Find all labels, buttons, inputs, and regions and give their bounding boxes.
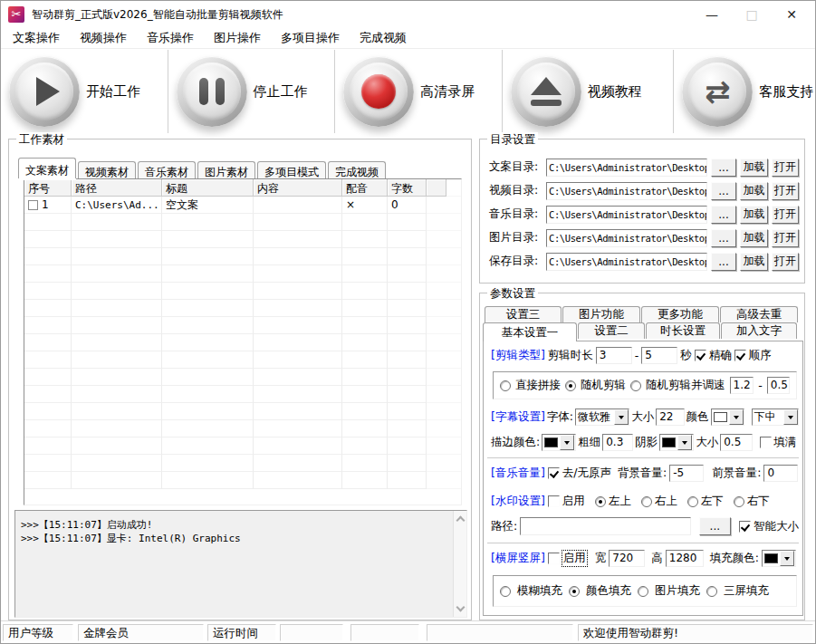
log-scrollbar[interactable] <box>453 511 466 617</box>
table-row-empty[interactable] <box>24 214 461 231</box>
table-row-empty[interactable] <box>24 248 461 265</box>
tab-basic-settings1[interactable]: 基本设置一 <box>483 322 577 341</box>
table-row-empty[interactable] <box>24 317 461 334</box>
table-row[interactable]: 1 C:\Users\Ad... 空文案 × 0 <box>24 197 461 214</box>
load-button[interactable]: 加载 <box>740 159 768 177</box>
tab-settings3[interactable]: 设置三 <box>485 306 562 322</box>
menu-item-multiproject[interactable]: 多项目操作 <box>277 28 343 48</box>
menu-item-copywriting[interactable]: 文案操作 <box>9 28 63 48</box>
tab-copywriting-material[interactable]: 文案素材 <box>18 158 76 178</box>
tab-more-functions[interactable]: 更多功能 <box>641 306 719 322</box>
column-header-extra[interactable] <box>427 179 446 197</box>
tab-video-material[interactable]: 视频素材 <box>78 161 136 178</box>
color-fill-radio[interactable] <box>569 586 580 597</box>
menu-item-finished[interactable]: 完成视频 <box>356 28 410 48</box>
font-select[interactable]: 微软雅 <box>575 409 629 426</box>
tab-image-functions[interactable]: 图片功能 <box>562 306 640 322</box>
column-header-index[interactable]: 序号 <box>24 179 72 197</box>
outline-color-select[interactable] <box>542 434 576 451</box>
column-header-title[interactable]: 标题 <box>162 179 254 197</box>
watermark-bottomright-radio[interactable] <box>734 496 744 507</box>
open-button[interactable]: 打开 <box>772 229 799 247</box>
save-directory-input[interactable]: C:\Users\Administrator\Desktop <box>546 253 707 271</box>
orientation-enable-checkbox[interactable] <box>548 553 560 564</box>
open-button[interactable]: 打开 <box>772 206 799 224</box>
thickness-input[interactable]: 0.3 <box>602 434 633 451</box>
direct-concat-radio[interactable] <box>500 380 511 391</box>
height-input[interactable]: 1280 <box>666 550 704 567</box>
table-row-empty[interactable] <box>24 472 461 489</box>
load-button[interactable]: 加载 <box>740 229 768 247</box>
table-row-empty[interactable] <box>24 403 461 420</box>
watermark-path-input[interactable] <box>520 517 690 535</box>
minimize-icon[interactable]: — <box>692 1 732 28</box>
smart-size-checkbox[interactable] <box>739 521 751 533</box>
tab-duration-settings[interactable]: 时长设置 <box>646 322 720 339</box>
table-row-empty[interactable] <box>24 351 461 369</box>
image-fill-radio[interactable] <box>638 586 648 597</box>
tab-music-material[interactable]: 音乐素材 <box>138 161 196 178</box>
watermark-bottomleft-radio[interactable] <box>687 496 698 507</box>
triple-screen-fill-radio[interactable] <box>706 586 717 597</box>
subtitle-position-select[interactable]: 下中 <box>752 409 799 426</box>
font-size-input[interactable]: 22 <box>656 409 684 426</box>
chevron-down-icon[interactable] <box>560 435 574 450</box>
fill-color-select[interactable] <box>762 550 796 567</box>
open-button[interactable]: 打开 <box>772 159 799 177</box>
table-row-empty[interactable] <box>24 300 461 317</box>
image-directory-input[interactable]: C:\Users\Administrator\Desktop <box>546 229 707 247</box>
bg-volume-input[interactable]: -5 <box>669 465 704 482</box>
menu-item-video[interactable]: 视频操作 <box>76 28 130 48</box>
random-speed-radio[interactable] <box>630 380 641 391</box>
table-row-empty[interactable] <box>24 437 461 455</box>
font-color-select[interactable] <box>711 409 744 426</box>
shadow-size-input[interactable]: 0.5 <box>720 434 753 451</box>
copywriting-directory-input[interactable]: C:\Users\Administrator\Desktop <box>546 159 707 177</box>
watermark-topleft-radio[interactable] <box>595 496 606 507</box>
scroll-down-icon[interactable] <box>456 603 466 612</box>
open-button[interactable]: 打开 <box>772 182 799 200</box>
music-directory-input[interactable]: C:\Users\Administrator\Desktop <box>546 206 707 224</box>
load-button[interactable]: 加载 <box>740 182 768 200</box>
load-button[interactable]: 加载 <box>740 206 768 224</box>
browse-button[interactable]: ... <box>711 229 736 247</box>
blur-fill-radio[interactable] <box>500 586 511 597</box>
fg-volume-input[interactable]: 0 <box>763 465 798 482</box>
browse-button[interactable]: ... <box>711 206 736 224</box>
table-row-empty[interactable] <box>24 386 461 403</box>
column-header-path[interactable]: 路径 <box>72 179 162 197</box>
screen-record-button[interactable] <box>343 56 414 127</box>
speed-min-input[interactable]: 1.2 <box>730 377 754 394</box>
mute-original-checkbox[interactable] <box>548 467 560 479</box>
watermark-topright-radio[interactable] <box>641 496 652 507</box>
tab-multiproject-mode[interactable]: 多项目模式 <box>257 161 326 178</box>
tab-add-text[interactable]: 加入文字 <box>721 322 797 339</box>
table-row-empty[interactable] <box>24 283 461 300</box>
fill-checkbox[interactable] <box>760 437 772 448</box>
column-header-content[interactable]: 内容 <box>254 179 342 197</box>
table-row-empty[interactable] <box>24 231 461 248</box>
scroll-up-icon[interactable] <box>456 516 466 525</box>
tab-finished-video[interactable]: 完成视频 <box>328 161 386 178</box>
customer-support-button[interactable]: ⇄ <box>682 56 753 127</box>
speed-max-input[interactable]: 0.5 <box>767 377 790 394</box>
chevron-down-icon[interactable] <box>780 551 794 566</box>
chevron-down-icon[interactable] <box>614 409 629 425</box>
close-icon[interactable]: ✕ <box>772 1 811 28</box>
video-tutorial-button[interactable] <box>511 56 581 127</box>
column-header-wordcount[interactable]: 字数 <box>388 179 427 197</box>
watermark-enable-checkbox[interactable] <box>548 495 560 507</box>
table-row-empty[interactable] <box>24 420 461 437</box>
start-work-button[interactable] <box>9 56 80 127</box>
menu-item-image[interactable]: 图片操作 <box>210 28 264 48</box>
table-row-empty[interactable] <box>24 369 461 386</box>
tab-settings2[interactable]: 设置二 <box>578 322 645 339</box>
stop-work-button[interactable] <box>177 56 247 127</box>
video-directory-input[interactable]: C:\Users\Administrator\Desktop <box>546 182 707 200</box>
browse-button[interactable]: ... <box>711 253 736 271</box>
table-row-empty[interactable] <box>24 334 461 351</box>
random-clip-radio[interactable] <box>565 380 576 391</box>
width-input[interactable]: 720 <box>609 550 645 567</box>
tab-advanced-dedup[interactable]: 高级去重 <box>720 306 798 322</box>
load-button[interactable]: 加载 <box>740 253 768 271</box>
